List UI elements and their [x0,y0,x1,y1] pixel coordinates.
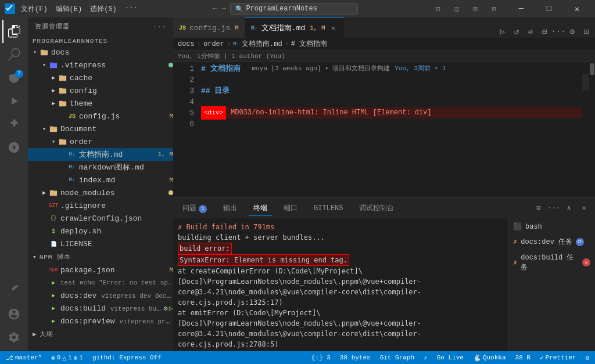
tree-item-vitepress[interactable]: ▾ .vitepress [28,59,173,71]
status-branch[interactable]: ⎇ master* [3,354,44,362]
activity-extensions[interactable] [2,113,26,136]
term-line-4: SyntaxError: Element is missing end tag. [178,254,503,266]
npm-item-docs-build[interactable]: ▶ ▶ docs:build vitepress build... ⚙ ▷ [28,302,173,315]
status-githd[interactable]: githd: Express Off [90,354,164,361]
tab-configjs[interactable]: JS config.js M [173,17,245,38]
icon-deploy: $ [49,226,58,236]
term-line-6: at emitError (D:\Code\[MyProject]\[Docs]… [178,308,503,349]
layout-btn-1[interactable]: ⊟ [430,2,446,16]
layout-btn-2[interactable]: ◫ [449,2,465,16]
tree-item-document[interactable]: ▾ Document [28,122,173,135]
layout-btn-3[interactable]: ⊞ [467,2,483,16]
running-badge: ⟳ [576,238,584,246]
activity-leaf[interactable] [2,279,26,302]
terminal-tab-terminal[interactable]: 终端 [249,201,272,216]
revert-btn[interactable]: ↺ [510,25,523,38]
layout-btn-4[interactable]: ⊡ [486,2,502,16]
breadcrumb-heading[interactable]: # 文档指南 [291,39,327,49]
status-size[interactable]: 38 bytes [338,354,373,361]
sync-btn[interactable]: ⇄ [524,25,537,38]
sidebar-more[interactable]: ··· [153,23,166,30]
status-quokka[interactable]: 🐇 Quokka [471,354,508,362]
minimize-button[interactable]: ─ [508,0,535,17]
activity-remote[interactable] [2,136,26,159]
activity-accounts[interactable] [2,302,26,326]
terminal-split-btn[interactable]: ⊞ [532,202,545,215]
tree-item-order[interactable]: ▾ order [28,135,173,148]
arrow-document: ▾ [40,124,49,134]
term-sidebar-docsdev[interactable]: ✗ docs:dev 任务 ⟳ [511,235,593,248]
menu-file[interactable]: 文件(F) [17,3,51,15]
activity-explorer[interactable] [2,20,26,43]
terminal-tab-debug[interactable]: 调试控制台 [354,201,399,215]
menu-more[interactable]: ··· [121,3,141,15]
terminal-tab-gitlens[interactable]: GITLENS [309,202,347,215]
more-btn[interactable]: ··· [552,25,565,38]
status-prettier[interactable]: ✓ Prettier [537,354,578,362]
term-sidebar-docsbuild[interactable]: ✗ docs:build 任务 ✕ [511,251,593,274]
npm-item-test[interactable]: ▶ ▶ test echo "Error: no test specified"… [28,276,173,289]
menu-selection[interactable]: 选择(S) [87,3,120,15]
search-bar[interactable]: 🔍 ProgramLearnNotes [230,3,358,15]
tree-item-configjs[interactable]: ▶ JS config.js M [28,110,173,122]
tree-item-cache[interactable]: ▶ cache [28,71,173,84]
terminal-more-btn[interactable]: ··· [547,202,560,215]
run-btn[interactable]: ▷ [496,25,509,38]
split-btn[interactable]: ⊟ [538,25,551,38]
prettier-label: Prettier [546,354,576,361]
tree-item-theme[interactable]: ▶ theme [28,97,173,110]
term-line-5: at createCompilerError (D:\Code\[MyProje… [178,266,503,308]
activity-source-control[interactable]: 7 [2,66,26,89]
status-git-graph[interactable]: Git Graph [378,354,417,361]
breadcrumb-order[interactable]: order [203,40,224,48]
term-sidebar-bash[interactable]: ⬛ bash [511,221,593,233]
menu-edit[interactable]: 编辑(E) [52,3,86,15]
lightning-icon: ⚡ [424,354,428,362]
tree-item-crawler[interactable]: ▶ {} crawlerConfig.json [28,212,173,225]
settings-icon[interactable]: ⚙ [566,25,579,38]
nav-back[interactable]: ← [213,5,217,13]
editor-lines[interactable]: # 文档指南 muya [3 weeks ago] • 项目和文档目录构建 Yo… [196,62,582,197]
breadcrumb-file[interactable]: 文档指南.md [242,39,282,49]
tree-item-gitignore[interactable]: ▶ GIT .gitignore [28,199,173,212]
maximize-button[interactable]: □ [536,0,562,17]
tree-item-markdown[interactable]: ▶ M↓ markdown图标.md [28,161,173,174]
tab-wenjian[interactable]: M↓ 文档指南.md 1, M ✕ [245,17,345,38]
terminal-up-btn[interactable]: ∧ [562,202,575,215]
status-errors[interactable]: ⊗ 0 △ 1 ⊗ 1 [49,354,85,362]
breadcrumb-docs[interactable]: docs [178,40,195,48]
terminal-tab-ports[interactable]: 端口 [279,201,302,215]
tree-item-wenjian[interactable]: ▶ M↓ 文档指南.md 1, M [28,148,173,161]
status-golive[interactable]: Go Live [435,354,466,361]
npm-item-docs-preview[interactable]: ▶ ▶ docs:preview vitepress preview d... [28,315,173,327]
tab-actions: ▷ ↺ ⇄ ⊟ ··· ⚙ ⊡ [494,25,595,38]
activity-settings[interactable] [2,326,26,349]
status-38b[interactable]: 38 B [513,354,533,361]
layout-icon[interactable]: ⊡ [580,25,593,38]
label-markdown: markdown图标.md [79,162,173,172]
tree-item-indexmd[interactable]: ▶ M↓ index.md M [28,174,173,186]
error-msg: MD033/no-inline-html: Inline HTML [Eleme… [231,107,432,118]
scrollbar-v[interactable] [589,62,595,197]
tree-item-deploy[interactable]: ▶ $ deploy.sh [28,225,173,237]
tree-item-node-modules[interactable]: ▶ node_modules [28,186,173,199]
nav-forward[interactable]: → [221,5,225,13]
build-run-icon[interactable]: ▷ [169,304,173,313]
terminal-close-btn[interactable]: ✕ [578,202,590,215]
close-button[interactable]: ✕ [564,0,590,17]
terminal-main[interactable]: ✗ Build failed in 791ms building client … [173,218,508,351]
activity-search[interactable] [2,43,26,66]
status-line-col[interactable]: {:} 3 [309,354,333,361]
tree-item-license[interactable]: ▶ 📄 LICENSE [28,237,173,250]
npm-item-package[interactable]: ▶ npm package.json M [28,264,173,276]
terminal-tab-output[interactable]: 输出 [218,201,242,215]
status-settings[interactable]: ⚙ [583,354,592,362]
tab-close-wenjian[interactable]: ✕ [329,23,338,33]
tree-item-config-folder[interactable]: ▶ config [28,84,173,97]
tab-icon-wenjian: M↓ [251,25,258,31]
activity-run[interactable] [2,89,26,113]
npm-item-docs-dev[interactable]: ▶ ▶ docs:dev vitepress dev docs --por... [28,289,173,302]
status-lightning[interactable]: ⚡ [421,354,430,362]
terminal-tab-problems[interactable]: 问题1 [178,201,212,215]
tree-item-docs[interactable]: ▾ docs [28,46,173,59]
